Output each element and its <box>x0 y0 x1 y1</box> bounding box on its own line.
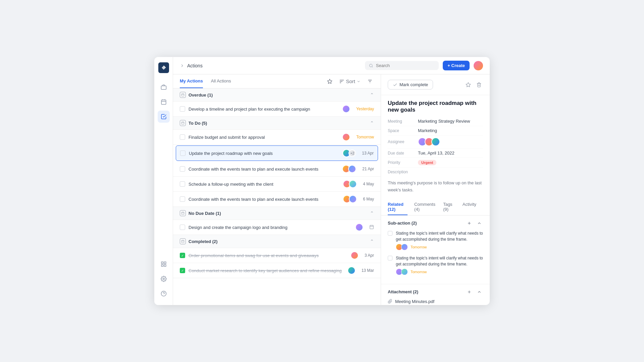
detail-star-button[interactable] <box>464 81 472 89</box>
space-label: Space <box>388 128 418 133</box>
detail-title: Update the project roadmap with new goal… <box>381 95 490 117</box>
tab-all-actions[interactable]: All Actions <box>211 74 231 88</box>
task-date: Yesterday <box>356 107 374 111</box>
sub-checkbox[interactable] <box>388 231 392 236</box>
sub-text: Stating the topic's intent will clarify … <box>396 230 483 242</box>
create-button[interactable]: + Create <box>443 61 470 70</box>
detail-delete-button[interactable] <box>475 81 483 89</box>
user-avatar[interactable] <box>474 61 483 70</box>
no-due-date-title: No Due Date (1) <box>189 211 221 216</box>
paperclip-icon <box>388 299 392 304</box>
avatar <box>349 195 357 203</box>
app-logo <box>158 62 169 73</box>
sub-action-collapse-button[interactable] <box>476 220 483 227</box>
assignee-avatars <box>418 137 440 146</box>
tab-related[interactable]: Related (12) <box>388 199 408 215</box>
task-item[interactable]: Schedule a follow-up meeting with the cl… <box>173 177 381 192</box>
sub-action-header: Sub-action (2) <box>388 220 483 227</box>
sub-meta: Tomorrow <box>396 268 483 275</box>
task-checkbox[interactable] <box>180 166 185 172</box>
sub-action-add-button[interactable] <box>466 220 473 227</box>
task-item[interactable]: ✓ Order promotional items and swag for u… <box>173 248 381 263</box>
meta-priority: Priority Urgent <box>388 158 483 168</box>
svg-rect-8 <box>164 265 166 266</box>
detail-description: This meeting's purpose is to follow up o… <box>381 176 490 197</box>
task-item[interactable]: Design and create the campaign logo and … <box>173 220 381 235</box>
task-avatars <box>355 223 363 231</box>
sort-label: Sort <box>346 78 355 84</box>
task-text: Coordinate with the events team to plan … <box>189 167 339 172</box>
svg-line-13 <box>372 66 373 67</box>
completed-header[interactable]: Completed (2) ⌃ <box>173 235 381 248</box>
sidebar-item-help[interactable] <box>158 288 170 300</box>
svg-rect-7 <box>161 265 163 266</box>
priority-label: Priority <box>388 160 418 165</box>
sidebar-item-settings[interactable] <box>158 273 170 285</box>
task-list-panel: My Actions All Actions Sort <box>173 74 381 305</box>
task-item[interactable]: Finalize budget and submit for approval … <box>173 130 381 145</box>
plus-icon <box>467 221 472 226</box>
content-area: My Actions All Actions Sort <box>173 74 490 305</box>
task-checkbox[interactable] <box>180 181 185 187</box>
sidebar-item-briefcase[interactable] <box>158 81 170 93</box>
svg-rect-33 <box>370 225 374 229</box>
svg-rect-29 <box>181 212 184 215</box>
task-date: Tomorrow <box>356 135 374 139</box>
task-avatars <box>342 165 356 173</box>
task-item[interactable]: Coordinate with the events team to plan … <box>173 162 381 177</box>
task-item[interactable]: Coordinate with the events team to plan … <box>173 192 381 207</box>
search-bar[interactable] <box>365 61 439 70</box>
overdue-header[interactable]: Overdue (1) ⌃ <box>173 88 381 102</box>
task-checkbox[interactable] <box>180 150 185 156</box>
attachment-item[interactable]: Meeting Minutes.pdf <box>388 299 483 304</box>
task-checkbox[interactable] <box>180 106 185 112</box>
sub-checkbox[interactable] <box>388 256 392 260</box>
check-icon <box>393 82 397 87</box>
tab-activity[interactable]: Activity <box>463 199 476 215</box>
task-checkbox[interactable] <box>180 225 185 230</box>
todo-header[interactable]: To Do (5) ⌃ <box>173 117 381 130</box>
svg-rect-0 <box>161 86 166 89</box>
task-checkbox[interactable] <box>180 134 185 140</box>
filter-button[interactable] <box>366 77 374 85</box>
tab-my-actions[interactable]: My Actions <box>180 74 203 88</box>
meta-meeting: Meeting Marketing Strategy Review <box>388 117 483 126</box>
avatar <box>342 105 350 113</box>
sub-avatars <box>396 268 408 275</box>
priority-badge: Urgent <box>418 160 436 165</box>
no-due-date-header[interactable]: No Due Date (1) ⌃ <box>173 207 381 220</box>
calendar-icon <box>369 225 374 230</box>
sidebar-item-calendar[interactable] <box>158 96 170 108</box>
search-icon <box>369 63 373 68</box>
task-checkbox-checked[interactable]: ✓ <box>180 253 185 258</box>
mark-complete-label: Mark complete <box>399 82 428 87</box>
tab-comments[interactable]: Comments (4) <box>414 199 436 215</box>
task-item[interactable]: ✓ Conduct market research to identify ke… <box>173 263 381 278</box>
star-button[interactable] <box>326 77 334 85</box>
task-checkbox[interactable] <box>180 196 185 202</box>
sub-action-item: Stating the topic's intent will clarify … <box>388 255 483 275</box>
attachment-collapse-button[interactable] <box>476 288 483 296</box>
mark-complete-button[interactable]: Mark complete <box>388 80 433 89</box>
calendar-icon <box>180 238 186 244</box>
calendar-icon <box>180 210 186 216</box>
sidebar-item-tasks[interactable] <box>158 111 170 123</box>
detail-meta: Meeting Marketing Strategy Review Space … <box>381 117 490 176</box>
search-input[interactable] <box>376 63 435 68</box>
todo-chevron: ⌃ <box>370 120 374 126</box>
tab-tags[interactable]: Tags (9) <box>443 199 456 215</box>
task-item-selected[interactable]: Update the project roadmap with new goal… <box>176 145 378 161</box>
sidebar-item-grid[interactable] <box>158 258 170 270</box>
task-checkbox-checked[interactable]: ✓ <box>180 268 185 273</box>
sort-button[interactable]: Sort <box>338 77 362 85</box>
avatar <box>342 133 350 141</box>
task-item[interactable]: Develop a timeline and project plan for … <box>173 102 381 117</box>
task-text: Design and create the campaign logo and … <box>189 225 352 230</box>
task-avatars <box>351 251 359 259</box>
attachment-section: Attachment (2) Meeting Minutes.pd <box>381 284 490 305</box>
sub-avatar <box>401 244 408 250</box>
sub-avatars <box>396 244 408 250</box>
avatar <box>349 180 357 188</box>
task-date: 6 May <box>363 197 374 201</box>
attachment-add-button[interactable] <box>466 288 473 296</box>
